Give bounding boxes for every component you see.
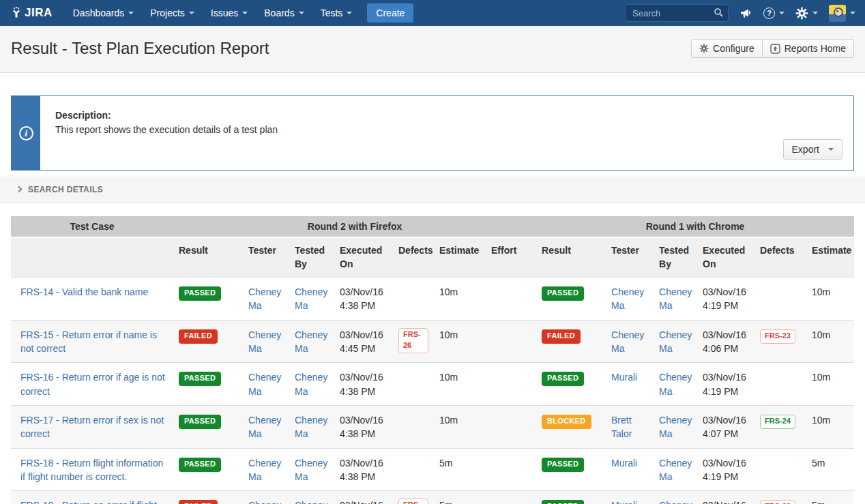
estimate: 10m xyxy=(806,278,854,321)
col-header-defects: Defects xyxy=(393,237,434,278)
description-text: This report shows the execution details … xyxy=(55,124,838,135)
test-case-link[interactable]: FRS-15 - Return error if name is not cor… xyxy=(20,329,157,354)
tester-link[interactable]: Cheney Ma xyxy=(611,329,644,354)
status-badge: PASSED xyxy=(179,458,221,472)
reports-home-button[interactable]: Reports Home xyxy=(763,39,854,58)
nav-menu-dashboards[interactable]: Dashboards xyxy=(65,0,143,26)
tester-link[interactable]: Cheney Ma xyxy=(248,500,281,504)
top-navbar: JIRA Dashboards Projects Issues Boards T… xyxy=(0,0,865,26)
status-badge: FAILED xyxy=(542,329,581,344)
execution-report-table-container: Test Case Round 2 with Firefox Round 1 w… xyxy=(11,216,854,504)
tester-link[interactable]: Cheney Ma xyxy=(248,329,281,354)
estimate: 10m xyxy=(806,363,854,406)
executed-on: 03/Nov/16 4:38 PM xyxy=(334,448,393,491)
executed-on: 03/Nov/16 4:07 PM xyxy=(697,405,754,448)
tested-by-link[interactable]: Cheney Ma xyxy=(659,458,692,482)
tested-by-link[interactable]: Cheney Ma xyxy=(295,415,327,439)
tested-by-link[interactable]: Cheney Ma xyxy=(295,329,327,354)
test-case-link[interactable]: FRS-17 - Return error if sex is not corr… xyxy=(20,415,164,439)
gear-icon xyxy=(795,7,808,20)
tested-by-link[interactable]: Cheney Ma xyxy=(659,286,692,311)
jira-logo[interactable]: JIRA xyxy=(10,6,53,20)
table-group-header-row: Test Case Round 2 with Firefox Round 1 w… xyxy=(11,216,854,237)
estimate: 5m xyxy=(434,491,486,504)
defect-badge[interactable]: FRS-23 xyxy=(398,499,428,504)
defect-badge[interactable]: FRS-26 xyxy=(398,328,428,353)
tester-link[interactable]: Brett Talor xyxy=(611,415,632,439)
search-details-toggle[interactable]: SEARCH DETAILS xyxy=(0,177,865,203)
tested-by-link[interactable]: Cheney Ma xyxy=(659,500,692,504)
estimate: 5m xyxy=(806,491,854,504)
tester-link[interactable]: Murali xyxy=(611,500,637,504)
tester-link[interactable]: Cheney Ma xyxy=(611,286,644,311)
nav-menu-label: Boards xyxy=(264,8,294,18)
reports-home-label: Reports Home xyxy=(785,43,846,54)
create-button[interactable]: Create xyxy=(367,3,413,23)
tester-link[interactable]: Murali xyxy=(611,372,637,383)
col-header-result: Result xyxy=(536,237,606,278)
test-case-link[interactable]: FRS-19 - Return an error if flight numbe… xyxy=(20,500,157,504)
description-panel-side: i xyxy=(12,96,40,170)
nav-menu-label: Issues xyxy=(211,8,238,18)
announcements-icon[interactable] xyxy=(739,8,752,19)
user-menu[interactable] xyxy=(829,5,855,22)
header-buttons: Configure Reports Home xyxy=(691,39,854,58)
help-menu[interactable]: ? xyxy=(763,8,785,19)
test-case-link[interactable]: FRS-16 - Return error if age is not corr… xyxy=(20,372,165,396)
user-avatar xyxy=(829,5,846,22)
tested-by-link[interactable]: Cheney Ma xyxy=(295,458,327,482)
tested-by-link[interactable]: Cheney Ma xyxy=(295,286,327,311)
col-header-result: Result xyxy=(173,237,243,278)
nav-menu-boards[interactable]: Boards xyxy=(256,0,312,26)
tested-by-link[interactable]: Cheney Ma xyxy=(659,372,692,396)
nav-menu-label: Dashboards xyxy=(73,8,125,18)
estimate: 10m xyxy=(434,320,486,363)
status-badge: PASSED xyxy=(542,458,584,472)
tested-by-link[interactable]: Cheney Ma xyxy=(295,500,327,504)
status-badge: PASSED xyxy=(179,372,221,386)
configure-button[interactable]: Configure xyxy=(691,39,763,58)
estimate: 5m xyxy=(806,448,854,491)
executed-on: 03/Nov/16 4:06 PM xyxy=(697,320,754,363)
chevron-down-icon xyxy=(242,12,248,14)
chevron-down-icon xyxy=(828,148,834,151)
col-header-estimate: Estimate xyxy=(434,237,486,278)
page-title: Result - Test Plan Execution Report xyxy=(11,39,269,58)
tester-link[interactable]: Cheney Ma xyxy=(248,415,281,439)
search-icon[interactable] xyxy=(714,8,724,18)
tested-by-link[interactable]: Cheney Ma xyxy=(659,329,692,354)
nav-menu-projects[interactable]: Projects xyxy=(142,0,203,26)
defect-badge[interactable]: FRS-23 xyxy=(760,329,795,344)
configure-label: Configure xyxy=(713,43,754,54)
export-label: Export xyxy=(792,144,819,155)
tester-link[interactable]: Cheney Ma xyxy=(248,286,281,311)
test-case-link[interactable]: FRS-18 - Return flight information if fl… xyxy=(20,458,163,482)
executed-on: 03/Nov/16 4:38 PM xyxy=(334,278,393,321)
chevron-down-icon xyxy=(779,12,785,14)
defect-badge[interactable]: FRS-32 xyxy=(760,500,795,504)
tested-by-link[interactable]: Cheney Ma xyxy=(295,372,327,396)
col-header-defects: Defects xyxy=(754,237,806,278)
tester-link[interactable]: Cheney Ma xyxy=(248,458,281,482)
nav-menu-tests[interactable]: Tests xyxy=(312,0,361,26)
executed-on: 03/Nov/16 4:19 PM xyxy=(697,448,754,491)
tester-link[interactable]: Murali xyxy=(611,458,637,469)
estimate: 10m xyxy=(806,320,854,363)
tester-link[interactable]: Cheney Ma xyxy=(248,372,281,396)
status-badge: PASSED xyxy=(179,415,221,429)
nav-menu-label: Tests xyxy=(321,8,343,18)
table-row: FRS-19 - Return an error if flight numbe… xyxy=(11,491,854,504)
info-icon: i xyxy=(19,126,33,140)
admin-menu[interactable] xyxy=(795,7,818,20)
group-header-round2: Round 2 with Firefox xyxy=(173,216,536,237)
test-case-link[interactable]: FRS-14 - Valid the bank name xyxy=(20,286,148,297)
executed-on: 03/Nov/16 4:19 PM xyxy=(697,278,754,321)
tested-by-link[interactable]: Cheney Ma xyxy=(659,415,692,439)
effort xyxy=(486,278,536,321)
table-row: FRS-17 - Return error if sex is not corr… xyxy=(11,405,854,448)
col-header-tested-by: Tested By xyxy=(654,237,697,278)
nav-menu-issues[interactable]: Issues xyxy=(203,0,256,26)
effort xyxy=(486,491,536,504)
defect-badge[interactable]: FRS-24 xyxy=(760,415,795,429)
export-button[interactable]: Export xyxy=(783,139,842,160)
